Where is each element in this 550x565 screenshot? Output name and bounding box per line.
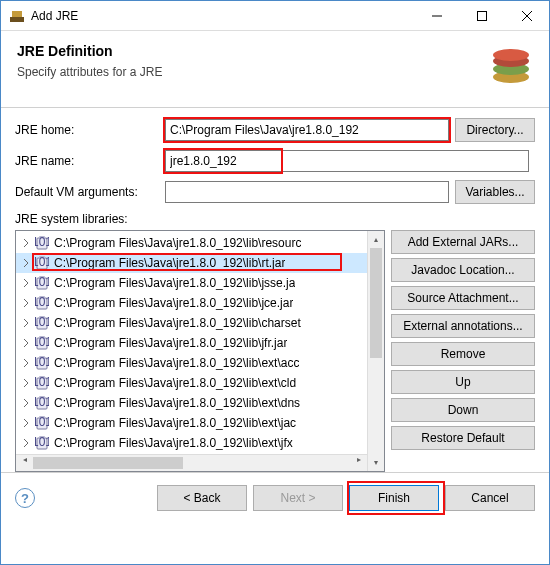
tree-row[interactable]: 101C:\Program Files\Java\jre1.8.0_192\li… bbox=[16, 253, 384, 273]
close-button[interactable] bbox=[504, 1, 549, 30]
tree-row[interactable]: 101C:\Program Files\Java\jre1.8.0_192\li… bbox=[16, 413, 384, 433]
page-title: JRE Definition bbox=[17, 43, 481, 59]
tree-row[interactable]: 101C:\Program Files\Java\jre1.8.0_192\li… bbox=[16, 373, 384, 393]
expander-icon[interactable] bbox=[20, 297, 32, 309]
svg-rect-0 bbox=[10, 17, 24, 22]
jre-name-label: JRE name: bbox=[15, 154, 165, 168]
minimize-button[interactable] bbox=[414, 1, 459, 30]
svg-text:101: 101 bbox=[35, 396, 49, 409]
tree-row[interactable]: 101C:\Program Files\Java\jre1.8.0_192\li… bbox=[16, 273, 384, 293]
title-bar: Add JRE bbox=[1, 1, 549, 31]
variables-button[interactable]: Variables... bbox=[455, 180, 535, 204]
tree-item-label: C:\Program Files\Java\jre1.8.0_192\lib\r… bbox=[54, 236, 301, 250]
remove-button[interactable]: Remove bbox=[391, 342, 535, 366]
jar-icon: 101 bbox=[34, 235, 50, 251]
next-button: Next > bbox=[253, 485, 343, 511]
wizard-footer: ? < Back Next > Finish Cancel bbox=[1, 472, 549, 523]
expander-icon[interactable] bbox=[20, 437, 32, 449]
expander-icon[interactable] bbox=[20, 377, 32, 389]
javadoc-location-button[interactable]: Javadoc Location... bbox=[391, 258, 535, 282]
tree-row[interactable]: 101C:\Program Files\Java\jre1.8.0_192\li… bbox=[16, 293, 384, 313]
svg-text:101: 101 bbox=[35, 336, 49, 349]
vertical-scrollbar[interactable]: ▴ ▾ bbox=[367, 231, 384, 471]
tree-row[interactable]: 101C:\Program Files\Java\jre1.8.0_192\li… bbox=[16, 433, 384, 453]
finish-button[interactable]: Finish bbox=[349, 485, 439, 511]
tree-item-label: C:\Program Files\Java\jre1.8.0_192\lib\r… bbox=[54, 256, 285, 270]
svg-rect-1 bbox=[12, 11, 22, 17]
jar-icon: 101 bbox=[34, 355, 50, 371]
scroll-up-icon[interactable]: ▴ bbox=[368, 231, 384, 248]
wizard-header: JRE Definition Specify attributes for a … bbox=[1, 31, 549, 108]
jar-icon: 101 bbox=[34, 295, 50, 311]
svg-text:101: 101 bbox=[35, 236, 49, 249]
svg-point-9 bbox=[493, 49, 529, 61]
jar-icon: 101 bbox=[34, 395, 50, 411]
directory-button[interactable]: Directory... bbox=[455, 118, 535, 142]
tree-row[interactable]: 101C:\Program Files\Java\jre1.8.0_192\li… bbox=[16, 233, 384, 253]
jar-icon: 101 bbox=[34, 275, 50, 291]
external-annotations-button[interactable]: External annotations... bbox=[391, 314, 535, 338]
tree-item-label: C:\Program Files\Java\jre1.8.0_192\lib\e… bbox=[54, 416, 296, 430]
window-title: Add JRE bbox=[31, 9, 414, 23]
expander-icon[interactable] bbox=[20, 357, 32, 369]
back-button[interactable]: < Back bbox=[157, 485, 247, 511]
svg-text:101: 101 bbox=[35, 416, 49, 429]
maximize-button[interactable] bbox=[459, 1, 504, 30]
vm-args-input[interactable] bbox=[165, 181, 449, 203]
scroll-thumb-v[interactable] bbox=[370, 248, 382, 358]
tree-item-label: C:\Program Files\Java\jre1.8.0_192\lib\j… bbox=[54, 296, 293, 310]
restore-default-button[interactable]: Restore Default bbox=[391, 426, 535, 450]
tree-item-label: C:\Program Files\Java\jre1.8.0_192\lib\e… bbox=[54, 376, 296, 390]
horizontal-scrollbar[interactable]: ◂ ▸ bbox=[16, 454, 367, 471]
jre-home-input[interactable] bbox=[165, 119, 449, 141]
source-attachment-button[interactable]: Source Attachment... bbox=[391, 286, 535, 310]
jar-icon: 101 bbox=[34, 375, 50, 391]
expander-icon[interactable] bbox=[20, 397, 32, 409]
libraries-tree[interactable]: 101C:\Program Files\Java\jre1.8.0_192\li… bbox=[15, 230, 385, 472]
jar-icon: 101 bbox=[34, 415, 50, 431]
tree-item-label: C:\Program Files\Java\jre1.8.0_192\lib\j… bbox=[54, 276, 295, 290]
tree-row[interactable]: 101C:\Program Files\Java\jre1.8.0_192\li… bbox=[16, 313, 384, 333]
down-button[interactable]: Down bbox=[391, 398, 535, 422]
tree-item-label: C:\Program Files\Java\jre1.8.0_192\lib\j… bbox=[54, 336, 287, 350]
jar-icon: 101 bbox=[34, 335, 50, 351]
scroll-thumb-h[interactable] bbox=[33, 457, 183, 469]
cancel-button[interactable]: Cancel bbox=[445, 485, 535, 511]
tree-row[interactable]: 101C:\Program Files\Java\jre1.8.0_192\li… bbox=[16, 333, 384, 353]
svg-text:101: 101 bbox=[35, 376, 49, 389]
up-button[interactable]: Up bbox=[391, 370, 535, 394]
tree-row[interactable]: 101C:\Program Files\Java\jre1.8.0_192\li… bbox=[16, 353, 384, 373]
svg-rect-3 bbox=[477, 11, 486, 20]
jre-name-input[interactable] bbox=[165, 150, 529, 172]
scroll-right-icon[interactable]: ▸ bbox=[350, 455, 367, 464]
scroll-left-icon[interactable]: ◂ bbox=[16, 455, 33, 464]
expander-icon[interactable] bbox=[20, 257, 32, 269]
tree-item-label: C:\Program Files\Java\jre1.8.0_192\lib\c… bbox=[54, 316, 301, 330]
page-subtitle: Specify attributes for a JRE bbox=[17, 65, 481, 79]
scroll-down-icon[interactable]: ▾ bbox=[368, 454, 384, 471]
vm-args-label: Default VM arguments: bbox=[15, 185, 165, 199]
expander-icon[interactable] bbox=[20, 277, 32, 289]
jre-home-label: JRE home: bbox=[15, 123, 165, 137]
svg-text:101: 101 bbox=[35, 296, 49, 309]
svg-text:101: 101 bbox=[35, 276, 49, 289]
app-icon bbox=[9, 8, 25, 24]
expander-icon[interactable] bbox=[20, 237, 32, 249]
jar-icon: 101 bbox=[34, 315, 50, 331]
libs-label: JRE system libraries: bbox=[15, 212, 535, 226]
expander-icon[interactable] bbox=[20, 417, 32, 429]
library-icon bbox=[481, 43, 533, 91]
tree-item-label: C:\Program Files\Java\jre1.8.0_192\lib\e… bbox=[54, 396, 300, 410]
svg-text:101: 101 bbox=[35, 256, 49, 269]
tree-item-label: C:\Program Files\Java\jre1.8.0_192\lib\e… bbox=[54, 356, 299, 370]
svg-text:101: 101 bbox=[35, 316, 49, 329]
jar-icon: 101 bbox=[34, 255, 50, 271]
tree-row[interactable]: 101C:\Program Files\Java\jre1.8.0_192\li… bbox=[16, 393, 384, 413]
expander-icon[interactable] bbox=[20, 337, 32, 349]
help-icon[interactable]: ? bbox=[15, 488, 35, 508]
add-external-jars-button[interactable]: Add External JARs... bbox=[391, 230, 535, 254]
tree-item-label: C:\Program Files\Java\jre1.8.0_192\lib\e… bbox=[54, 436, 293, 450]
jar-icon: 101 bbox=[34, 435, 50, 451]
svg-text:101: 101 bbox=[35, 356, 49, 369]
expander-icon[interactable] bbox=[20, 317, 32, 329]
